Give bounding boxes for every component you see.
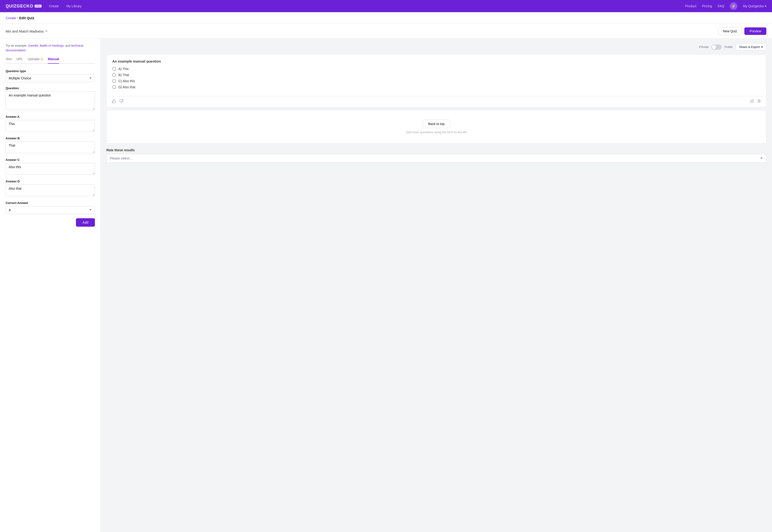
form-correct-answer: Correct Answer A B C D (6, 201, 95, 214)
radio-c[interactable] (112, 79, 116, 83)
brand-pro-badge: PRO (35, 5, 41, 7)
tab-uploads[interactable]: Uploads ♛ (28, 57, 43, 64)
private-label: Private (699, 45, 709, 49)
nav-link-library[interactable]: My Library (66, 4, 81, 8)
answer-c-input[interactable]: Also this (6, 163, 95, 175)
tab-url[interactable]: URL (16, 57, 23, 64)
share-export-chevron: ▾ (761, 45, 763, 49)
quiz-name: Mix and Match Madness (6, 29, 44, 33)
form-answer-a: Answer A This (6, 115, 95, 132)
avatar-icon: ⚡ (731, 4, 736, 8)
add-button[interactable]: Add (76, 218, 95, 227)
form-question-type: Question type Multiple Choice True/False… (6, 69, 95, 82)
visibility-toggle[interactable] (711, 44, 722, 50)
visibility-bar: Private Public Share & Export ▾ (106, 43, 766, 51)
answer-b-label: Answer B (6, 137, 95, 140)
nav-link-create[interactable]: Create (49, 4, 59, 8)
example-text: Try an example: Gandhi, Battle of Hastin… (6, 43, 95, 52)
answer-option-d-text: D) Also that (118, 85, 135, 89)
radio-d[interactable] (112, 85, 116, 89)
question-footer (107, 96, 766, 107)
answer-c-label: Answer C (6, 158, 95, 162)
example-link-gandhi[interactable]: Gandhi (28, 44, 38, 47)
tabs: Text URL Uploads ♛ Manual (6, 57, 95, 64)
tab-manual[interactable]: Manual (48, 57, 59, 64)
question-type-select[interactable]: Multiple Choice True/False Short Answer (6, 74, 95, 82)
answer-option-b-text: B) That (118, 73, 129, 77)
preview-button[interactable]: Preview (744, 27, 766, 35)
question-label: Question (6, 86, 95, 90)
rate-results-label: Rate these results (106, 148, 766, 152)
question-title: An example manual question (112, 59, 761, 63)
avatar: ⚡ (730, 2, 737, 10)
question-edit-button[interactable] (750, 99, 754, 104)
answer-d-input[interactable]: Also that (6, 185, 95, 196)
answer-option-d: D) Also that (112, 85, 761, 89)
form-answer-d: Answer D Also that (6, 180, 95, 197)
breadcrumb-bar: Create / Edit Quiz (0, 12, 772, 24)
answer-d-label: Answer D (6, 180, 95, 183)
public-label: Public (724, 45, 733, 49)
navbar-right: Product Pricing FAQ ⚡ My Quizgecko ▾ (685, 2, 766, 10)
back-to-top-card: Back to top Add more questions using the… (106, 110, 766, 144)
question-card: An example manual question A) This B) Th… (106, 54, 766, 107)
share-export-button[interactable]: Share & Export ▾ (736, 43, 766, 51)
right-panel: Private Public Share & Export ▾ An examp… (101, 39, 772, 532)
correct-answer-label: Correct Answer (6, 201, 95, 205)
quiz-name-edit-icon[interactable]: ✎ (45, 30, 48, 33)
nav-user-menu[interactable]: My Quizgecko ▾ (743, 4, 766, 8)
breadcrumb: Create / Edit Quiz (6, 16, 34, 20)
rate-results-section: Rate these results Please select... (106, 147, 766, 164)
crown-icon: ♛ (41, 58, 43, 61)
answer-option-c-text: C) Also this (118, 79, 135, 83)
thumbs-up-button[interactable] (111, 99, 116, 105)
answer-a-label: Answer A (6, 115, 95, 118)
navbar: QUIZGECKO PRO Create My Library Product … (0, 0, 772, 12)
answer-option-a-text: A) This (118, 67, 129, 71)
nav-link-product[interactable]: Product (685, 4, 696, 8)
quiz-title-bar: Mix and Match Madness ✎ New Quiz Preview (0, 24, 772, 39)
answer-option-b: B) That (112, 73, 761, 77)
main-content: Try an example: Gandhi, Battle of Hastin… (0, 39, 772, 532)
tab-text[interactable]: Text (6, 57, 12, 64)
answer-option-c: C) Also this (112, 79, 761, 83)
quiz-title-actions: New Quiz Preview (718, 27, 766, 35)
left-panel: Try an example: Gandhi, Battle of Hastin… (0, 39, 101, 532)
question-delete-button[interactable] (757, 99, 761, 104)
correct-answer-select[interactable]: A B C D (6, 206, 95, 214)
new-quiz-button[interactable]: New Quiz (718, 27, 742, 35)
thumbs-down-button[interactable] (119, 99, 124, 105)
answer-b-input[interactable]: That (6, 141, 95, 153)
brand-name: QUIZGECKO (6, 4, 33, 9)
form-answer-b: Answer B That (6, 137, 95, 154)
question-action-buttons (750, 99, 761, 104)
back-to-top-hint: Add more questions using the form to the… (406, 130, 467, 134)
nav-link-pricing[interactable]: Pricing (702, 4, 712, 8)
nav-link-faq[interactable]: FAQ (718, 4, 724, 8)
form-answer-c: Answer C Also this (6, 158, 95, 175)
answer-option-a: A) This (112, 67, 761, 71)
breadcrumb-current: Edit Quiz (19, 16, 34, 20)
quiz-name-container: Mix and Match Madness ✎ (6, 29, 48, 33)
example-link-battle[interactable]: Battle of Hastings (40, 44, 64, 47)
question-body: An example manual question A) This B) Th… (107, 55, 766, 96)
question-textarea[interactable]: An example manual question (6, 91, 95, 110)
breadcrumb-separator: / (17, 16, 19, 20)
radio-b[interactable] (112, 73, 116, 77)
rate-results-select[interactable]: Please select... (106, 154, 766, 163)
brand[interactable]: QUIZGECKO PRO (6, 4, 41, 9)
question-feedback-buttons (111, 99, 124, 105)
share-export-label: Share & Export (739, 45, 760, 49)
answer-a-input[interactable]: This (6, 120, 95, 132)
radio-a[interactable] (112, 67, 116, 71)
form-question: Question An example manual question (6, 86, 95, 111)
question-type-label: Question type (6, 69, 95, 73)
back-to-top-button[interactable]: Back to top (423, 120, 450, 128)
toggle-thumb (712, 45, 716, 49)
breadcrumb-parent[interactable]: Create (6, 16, 16, 20)
